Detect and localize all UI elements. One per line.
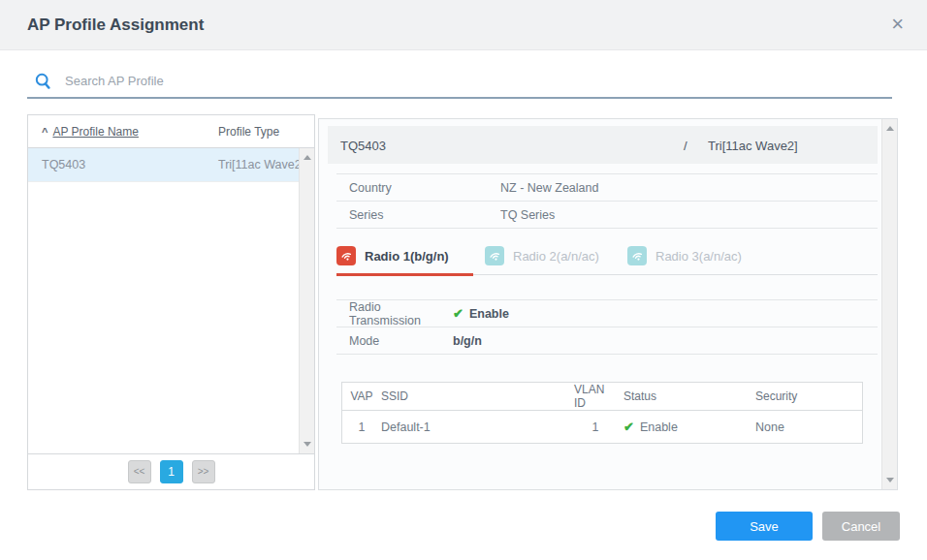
scroll-down-icon[interactable]: [886, 478, 894, 482]
profile-list-row[interactable]: TQ5403 Tri[11ac Wave2]: [28, 148, 314, 182]
tab-radio-1-label: Radio 1(b/g/n): [365, 249, 449, 264]
vap-table-row: 1 Default-1 1 ✔Enable None: [342, 411, 862, 443]
column-header-profile-type[interactable]: Profile Type: [218, 115, 279, 148]
pagination-last-button[interactable]: >>: [192, 460, 215, 483]
vap-table-header: VAP SSID VLAN ID Status Security: [342, 383, 862, 411]
mode-label: Mode: [336, 334, 453, 348]
vlan-id-column-header: VLAN ID: [574, 383, 617, 410]
scroll-down-icon[interactable]: [304, 442, 311, 447]
radio-transmission-row: Radio Transmission ✔Enable: [336, 300, 878, 327]
cancel-button[interactable]: Cancel: [822, 512, 900, 541]
search-bar: [27, 68, 892, 99]
scroll-up-icon[interactable]: [304, 155, 311, 160]
wifi-icon: [336, 246, 356, 265]
save-button[interactable]: Save: [716, 512, 813, 541]
country-label: Country: [336, 181, 500, 195]
ap-profile-assignment-dialog: AP Profile Assignment × ^AP Profile Name…: [0, 0, 927, 560]
pagination: << 1 >>: [28, 453, 314, 489]
profile-list-header: ^AP Profile Name Profile Type: [28, 115, 314, 148]
profile-list-body: TQ5403 Tri[11ac Wave2]: [28, 148, 314, 453]
mode-value: b/g/n: [453, 334, 878, 348]
tab-radio-2[interactable]: Radio 2(a/n/ac): [485, 241, 599, 270]
profile-list-panel: ^AP Profile Name Profile Type TQ5403 Tri…: [27, 114, 315, 490]
radio-settings-rows: Radio Transmission ✔Enable Mode b/g/n: [336, 299, 878, 355]
ssid-column-header: SSID: [381, 389, 574, 403]
country-value: NZ - New Zealand: [500, 181, 878, 195]
dialog-title: AP Profile Assignment: [27, 0, 204, 50]
country-row: Country NZ - New Zealand: [336, 174, 878, 202]
dialog-header: AP Profile Assignment ×: [0, 0, 927, 50]
detail-profile-name: TQ5403: [340, 138, 386, 152]
pagination-current-page-button[interactable]: 1: [160, 460, 183, 483]
profile-type-cell: Tri[11ac Wave2]: [218, 148, 304, 182]
profile-detail-panel: TQ5403 / Tri[11ac Wave2] Country NZ - Ne…: [318, 118, 898, 490]
profile-name-cell: TQ5403: [42, 148, 85, 182]
mode-row: Mode b/g/n: [336, 327, 878, 355]
series-label: Series: [336, 208, 500, 222]
close-icon[interactable]: ×: [887, 0, 908, 48]
tab-radio-2-label: Radio 2(a/n/ac): [513, 249, 599, 264]
ssid-cell: Default-1: [381, 420, 574, 434]
check-icon: ✔: [453, 306, 464, 321]
series-value: TQ Series: [500, 208, 878, 222]
status-column-header: Status: [617, 389, 755, 403]
series-row: Series TQ Series: [336, 202, 878, 229]
radio-tabs: Radio 1(b/g/n) Radio 2(a/n/ac): [336, 238, 878, 275]
wifi-icon: [627, 246, 647, 265]
scroll-up-icon[interactable]: [886, 126, 894, 131]
vap-cell: 1: [342, 420, 381, 434]
search-input[interactable]: [65, 74, 892, 92]
tab-radio-3[interactable]: Radio 3(a/n/ac): [627, 241, 742, 270]
detail-title-bar: TQ5403 / Tri[11ac Wave2]: [328, 126, 878, 164]
column-header-ap-profile-name[interactable]: ^AP Profile Name: [42, 115, 139, 148]
detail-profile-type: Tri[11ac Wave2]: [708, 138, 798, 152]
status-cell: ✔Enable: [617, 420, 755, 434]
security-column-header: Security: [755, 389, 862, 403]
detail-scrollbar[interactable]: [881, 119, 897, 489]
vlan-id-cell: 1: [574, 420, 617, 434]
radio-transmission-label: Radio Transmission: [336, 300, 453, 327]
sort-asc-icon: ^: [42, 126, 48, 138]
check-icon: ✔: [623, 420, 634, 434]
vap-column-header: VAP: [342, 389, 381, 403]
wifi-icon: [485, 246, 504, 265]
detail-title-separator: /: [684, 138, 687, 152]
tab-radio-1[interactable]: Radio 1(b/g/n): [336, 241, 449, 270]
security-cell: None: [755, 420, 862, 434]
tab-radio-3-label: Radio 3(a/n/ac): [655, 249, 742, 264]
search-icon: [35, 73, 51, 89]
radio-transmission-value: ✔Enable: [453, 306, 878, 321]
pagination-first-button[interactable]: <<: [128, 460, 151, 483]
vap-table: VAP SSID VLAN ID Status Security 1 Defau…: [341, 382, 863, 444]
detail-info-rows: Country NZ - New Zealand Series TQ Serie…: [336, 173, 878, 229]
active-tab-underline: [336, 273, 473, 276]
list-scrollbar[interactable]: [299, 148, 314, 453]
